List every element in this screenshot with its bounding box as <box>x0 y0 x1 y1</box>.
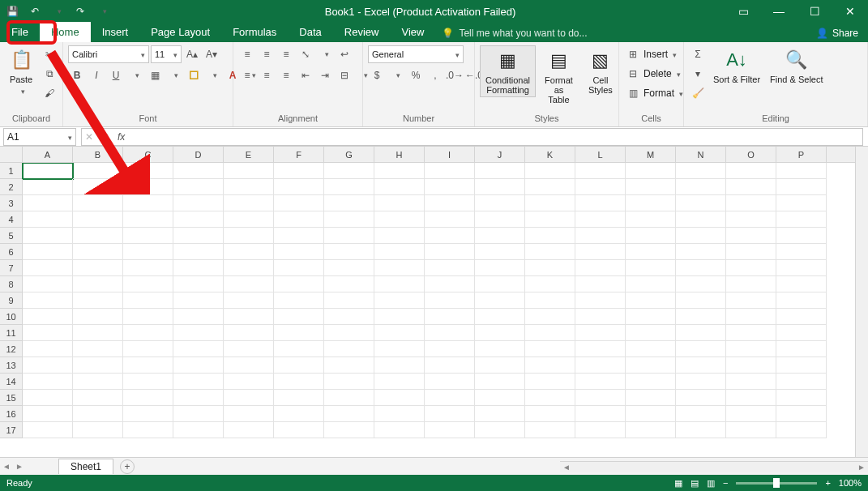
cell[interactable] <box>274 325 324 341</box>
cell[interactable] <box>274 163 324 179</box>
row-header[interactable]: 9 <box>0 292 23 309</box>
cell[interactable] <box>425 390 475 406</box>
cell[interactable] <box>626 357 676 374</box>
cell[interactable] <box>726 357 776 374</box>
row-header[interactable]: 8 <box>0 276 23 292</box>
sheet-nav-prev-icon[interactable]: ◄ <box>0 462 13 471</box>
cell[interactable] <box>274 357 324 374</box>
cell[interactable] <box>274 292 324 309</box>
cell[interactable] <box>73 163 123 179</box>
zoom-slider[interactable] <box>736 482 817 485</box>
cell[interactable] <box>73 309 123 325</box>
cell[interactable] <box>123 163 173 179</box>
cell[interactable] <box>425 357 475 374</box>
zoom-in-icon[interactable]: + <box>825 478 830 488</box>
cell[interactable] <box>324 179 374 195</box>
cell[interactable] <box>173 422 224 438</box>
scroll-right-icon[interactable]: ► <box>855 463 868 472</box>
cell[interactable] <box>123 309 173 325</box>
cell[interactable] <box>374 195 425 211</box>
cell[interactable] <box>73 228 123 244</box>
scroll-left-icon[interactable]: ◄ <box>560 463 573 472</box>
cell[interactable] <box>123 276 173 292</box>
cell[interactable] <box>676 195 726 211</box>
cell[interactable] <box>73 292 123 309</box>
cell[interactable] <box>626 309 676 325</box>
cell[interactable] <box>676 228 726 244</box>
cell[interactable] <box>374 374 425 390</box>
cell[interactable] <box>224 244 274 260</box>
italic-icon[interactable]: I <box>88 66 105 84</box>
cell[interactable] <box>324 195 374 211</box>
cell[interactable] <box>123 292 173 309</box>
accounting-dropdown-icon[interactable] <box>387 66 405 84</box>
cell[interactable] <box>575 325 626 341</box>
column-header[interactable]: K <box>525 147 575 162</box>
autosum-icon[interactable]: Σ <box>689 45 707 63</box>
cell[interactable] <box>525 390 575 406</box>
cell[interactable] <box>224 179 274 195</box>
accounting-icon[interactable]: $ <box>368 66 386 84</box>
cell[interactable] <box>626 276 676 292</box>
percent-icon[interactable]: % <box>407 66 425 84</box>
bold-icon[interactable]: B <box>68 66 86 84</box>
cell[interactable] <box>324 292 374 309</box>
row-header[interactable]: 4 <box>0 211 23 228</box>
cell[interactable] <box>324 276 374 292</box>
comma-icon[interactable]: , <box>426 66 444 84</box>
cell[interactable] <box>374 228 425 244</box>
cell[interactable] <box>626 390 676 406</box>
cell[interactable] <box>676 325 726 341</box>
cell-styles-button[interactable]: ▧ Cell Styles <box>582 45 619 97</box>
row-header[interactable]: 3 <box>0 195 23 211</box>
cell[interactable] <box>224 163 274 179</box>
cell[interactable] <box>425 211 475 228</box>
cell[interactable] <box>676 211 726 228</box>
cell[interactable] <box>676 179 726 195</box>
cell[interactable] <box>525 228 575 244</box>
cut-icon[interactable]: ✂ <box>41 45 58 63</box>
cell[interactable] <box>425 179 475 195</box>
sort-filter-button[interactable]: A↓ Sort & Filter <box>710 45 763 86</box>
cell[interactable] <box>726 325 776 341</box>
ribbon-options-icon[interactable]: ▭ <box>725 0 761 23</box>
cell[interactable] <box>23 179 73 195</box>
tell-me-search[interactable]: 💡 Tell me what you want to do... <box>435 24 593 42</box>
row-header[interactable]: 12 <box>0 341 23 357</box>
cell[interactable] <box>575 228 626 244</box>
horizontal-scrollbar[interactable]: ◄ ► <box>560 461 868 472</box>
cell[interactable] <box>726 228 776 244</box>
cell[interactable] <box>425 228 475 244</box>
cell[interactable] <box>374 211 425 228</box>
cell[interactable] <box>274 276 324 292</box>
increase-decimal-icon[interactable]: .0→ <box>446 66 464 84</box>
cell[interactable] <box>173 341 224 357</box>
cell[interactable] <box>374 357 425 374</box>
cell[interactable] <box>776 357 827 374</box>
cell[interactable] <box>224 406 274 422</box>
cell[interactable] <box>73 260 123 276</box>
cell[interactable] <box>274 341 324 357</box>
cell[interactable] <box>575 163 626 179</box>
cell[interactable] <box>575 195 626 211</box>
cell[interactable] <box>123 325 173 341</box>
cell[interactable] <box>73 276 123 292</box>
cell[interactable] <box>425 341 475 357</box>
tab-insert[interactable]: Insert <box>91 22 140 42</box>
cell[interactable] <box>23 357 73 374</box>
tab-formulas[interactable]: Formulas <box>221 22 288 42</box>
conditional-formatting-button[interactable]: ▦ Conditional Formatting <box>480 45 536 97</box>
row-header[interactable]: 1 <box>0 163 23 179</box>
cell[interactable] <box>475 260 525 276</box>
cell[interactable] <box>374 341 425 357</box>
font-size-select[interactable]: 11 <box>151 45 182 63</box>
cell[interactable] <box>23 228 73 244</box>
tab-file[interactable]: File <box>0 22 40 42</box>
cell[interactable] <box>374 244 425 260</box>
cell[interactable] <box>324 211 374 228</box>
cell[interactable] <box>626 211 676 228</box>
cell[interactable] <box>676 309 726 325</box>
cell[interactable] <box>274 195 324 211</box>
view-normal-icon[interactable]: ▦ <box>674 478 682 489</box>
cell[interactable] <box>475 228 525 244</box>
